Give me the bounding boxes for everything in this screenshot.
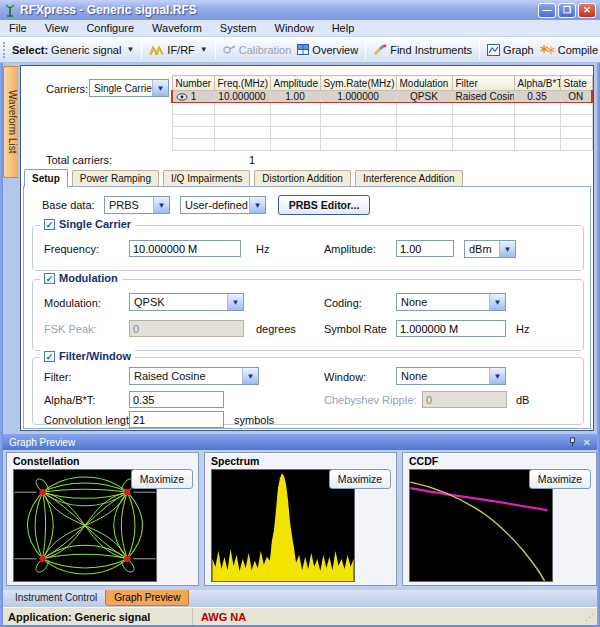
- chevron-down-icon: ▼: [152, 80, 168, 96]
- menu-configure[interactable]: Configure: [77, 22, 143, 34]
- minimize-button[interactable]: —: [538, 3, 556, 18]
- alpha-bt-input[interactable]: [129, 391, 224, 408]
- frequency-unit: Hz: [256, 243, 269, 255]
- visible-eye-icon[interactable]: [176, 93, 188, 101]
- ccdf-maximize-button[interactable]: Maximize: [529, 469, 591, 489]
- chevron-down-icon: ▼: [227, 294, 243, 310]
- calibration-icon: [223, 44, 236, 55]
- chebyshev-unit: dB: [516, 394, 529, 406]
- tab-graph-preview[interactable]: Graph Preview: [105, 590, 189, 606]
- pin-icon[interactable]: [568, 437, 577, 447]
- maximize-button[interactable]: ❐: [558, 3, 576, 18]
- menu-window[interactable]: Window: [266, 22, 323, 34]
- graph-icon: [487, 44, 500, 56]
- coding-label: Coding:: [324, 297, 362, 309]
- find-instruments-button[interactable]: Find Instruments: [370, 44, 475, 56]
- overview-button[interactable]: Overview: [294, 44, 361, 56]
- toolbar-separator: [365, 41, 366, 59]
- base-data-type-dropdown[interactable]: PRBS▼: [104, 196, 170, 214]
- waveform-list-tab[interactable]: Waveform List: [3, 66, 18, 178]
- symbol-rate-label: Symbol Rate: [324, 323, 387, 335]
- ifrf-button[interactable]: IF/RF ▼: [146, 44, 210, 56]
- convolution-length-input[interactable]: [129, 411, 224, 428]
- base-data-mode-dropdown[interactable]: User-defined▼: [180, 196, 266, 214]
- ccdf-panel: CCDF Maximize: [402, 452, 597, 586]
- convolution-unit: symbols: [234, 414, 274, 426]
- close-button[interactable]: ✕: [578, 3, 596, 18]
- single-carrier-title: Single Carrier: [59, 218, 131, 230]
- constellation-panel: Constellation Maximize: [6, 452, 199, 586]
- frequency-input[interactable]: [129, 240, 241, 257]
- window-dropdown[interactable]: None▼: [396, 367, 506, 385]
- table-row[interactable]: [172, 127, 592, 139]
- select-application-dropdown[interactable]: Generic signal: [51, 44, 121, 56]
- chevron-down-icon[interactable]: ▼: [126, 45, 134, 54]
- compile-icon: [540, 44, 555, 55]
- symbol-rate-unit: Hz: [516, 323, 529, 335]
- chevron-down-icon: ▼: [499, 241, 515, 257]
- tab-iq-impairments[interactable]: I/Q Impairments: [163, 170, 250, 187]
- graph-preview-header[interactable]: Graph Preview ✕: [3, 434, 597, 450]
- coding-dropdown[interactable]: None▼: [396, 293, 506, 311]
- menu-view[interactable]: View: [36, 22, 78, 34]
- chevron-down-icon: ▼: [489, 294, 505, 310]
- title-bar[interactable]: RFXpress - Generic signal.RFS — ❐ ✕: [0, 0, 600, 20]
- window-label: Window:: [324, 371, 366, 383]
- resize-grip[interactable]: ⋰: [585, 612, 597, 622]
- carrier-mode-dropdown[interactable]: Single Carrier▼: [89, 79, 169, 97]
- fsk-peak-unit: degrees: [256, 323, 296, 335]
- convolution-length-label: Convolution length:: [44, 414, 138, 426]
- table-row[interactable]: [172, 139, 592, 151]
- find-instruments-icon: [373, 44, 387, 56]
- status-application: Application: Generic signal: [3, 608, 193, 625]
- single-carrier-checkbox[interactable]: ✓: [44, 219, 55, 230]
- constellation-maximize-button[interactable]: Maximize: [131, 469, 193, 489]
- table-row[interactable]: [172, 115, 592, 127]
- modulation-dropdown[interactable]: QPSK▼: [129, 293, 244, 311]
- tab-interference-addition[interactable]: Interference Addition: [355, 170, 463, 187]
- spectrum-maximize-button[interactable]: Maximize: [329, 469, 391, 489]
- toolbar-separator: [141, 41, 142, 59]
- modulation-checkbox[interactable]: ✓: [44, 273, 55, 284]
- compile-button[interactable]: Compile ▼: [537, 44, 600, 56]
- carrier-row-selected[interactable]: 1 10.000000 1.00 1.000000 QPSK Raised Co…: [172, 91, 592, 103]
- menu-waveform[interactable]: Waveform: [143, 22, 211, 34]
- modulation-title: Modulation: [59, 272, 118, 284]
- modulation-group: [32, 279, 584, 351]
- filter-window-checkbox[interactable]: ✓: [44, 351, 55, 362]
- menu-bar: File View Configure Waveform System Wind…: [0, 20, 600, 37]
- prbs-editor-button[interactable]: PRBS Editor...: [278, 195, 370, 215]
- tab-distortion-addition[interactable]: Distortion Addition: [254, 170, 351, 187]
- ccdf-title: CCDF: [409, 455, 438, 467]
- tab-power-ramping[interactable]: Power Ramping: [72, 170, 159, 187]
- spectrum-panel: Spectrum Maximize: [204, 452, 397, 586]
- window-title: RFXpress - Generic signal.RFS: [20, 3, 197, 17]
- table-header-row: Number Freq.(MHz) Amplitude Sym.Rate(MHz…: [172, 76, 592, 91]
- table-row[interactable]: [172, 103, 592, 115]
- close-panel-icon[interactable]: ✕: [583, 437, 591, 448]
- overview-icon: [297, 44, 309, 55]
- graph-button[interactable]: Graph: [484, 44, 537, 56]
- menu-file[interactable]: File: [0, 22, 36, 34]
- toolbar-grip[interactable]: [3, 42, 5, 58]
- carriers-table: Number Freq.(MHz) Amplitude Sym.Rate(MHz…: [171, 75, 593, 151]
- filter-dropdown[interactable]: Raised Cosine▼: [129, 367, 259, 385]
- setup-tab-strip: Setup Power Ramping I/Q Impairments Dist…: [24, 169, 464, 187]
- chebyshev-ripple-input: [422, 391, 507, 408]
- menu-help[interactable]: Help: [323, 22, 364, 34]
- total-carriers-label: Total carriers:: [46, 154, 112, 166]
- menu-system[interactable]: System: [211, 22, 266, 34]
- fsk-peak-label: FSK Peak:: [44, 323, 97, 335]
- carriers-label: Carriers:: [46, 83, 88, 95]
- filter-label: Filter:: [44, 371, 72, 383]
- graph-preview-title: Graph Preview: [9, 437, 75, 448]
- tab-instrument-control[interactable]: Instrument Control: [7, 590, 105, 605]
- amplitude-unit-dropdown[interactable]: dBm▼: [464, 240, 516, 258]
- content-panel: Carriers: Single Carrier▼ Number Freq.(M…: [20, 65, 594, 431]
- tab-setup[interactable]: Setup: [24, 169, 68, 187]
- amplitude-label: Amplitude:: [324, 243, 376, 255]
- amplitude-input[interactable]: [396, 240, 454, 257]
- modulation-label: Modulation:: [44, 297, 101, 309]
- select-label: Select:: [12, 44, 48, 56]
- symbol-rate-input[interactable]: [396, 320, 506, 337]
